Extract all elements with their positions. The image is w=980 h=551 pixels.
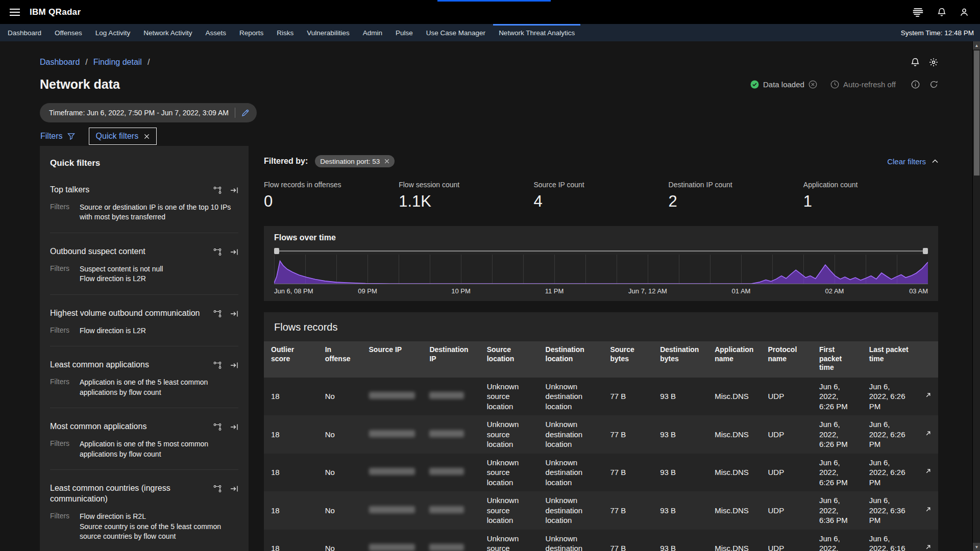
table-row: 18 No Unknown source location Unknown de… <box>264 454 938 492</box>
info-button[interactable] <box>911 80 920 89</box>
flow-icon <box>213 485 222 493</box>
quick-filter-card[interactable]: Least common applications Filters Applic… <box>50 346 238 408</box>
nav-item[interactable]: Network Threat Analytics <box>492 24 581 41</box>
quick-filter-card-list: Top talkers Filters Source or destinatio… <box>50 171 238 551</box>
hamburger-menu-button[interactable] <box>0 0 30 24</box>
cell-source-ip <box>362 530 423 551</box>
open-flow-button[interactable] <box>924 543 932 551</box>
cell-first-packet-time: Jun 6, 2022, 6:16 PM <box>812 530 862 551</box>
view-flow-button[interactable] <box>213 361 222 369</box>
cell-source-ip <box>362 415 423 454</box>
column-header: Outlier score <box>264 341 318 378</box>
cell-source-ip <box>362 378 423 416</box>
cell-last-packet-time: Jun 6, 2022, 6:36 PM <box>862 491 918 530</box>
apply-filter-button[interactable] <box>230 423 238 431</box>
open-flow-button[interactable] <box>924 467 932 475</box>
apply-filter-button[interactable] <box>230 248 238 256</box>
apply-filter-button[interactable] <box>230 361 238 369</box>
quick-filter-card[interactable]: Highest volume outbound communication Fi… <box>50 295 238 346</box>
tab-filters[interactable]: Filters <box>40 128 82 145</box>
nav-item[interactable]: Network Activity <box>137 24 199 41</box>
quick-filter-card[interactable]: Outbound suspect content Filters Suspect… <box>50 233 238 295</box>
nav-item[interactable]: Offenses <box>48 24 89 41</box>
ibm-stripes-icon[interactable] <box>912 6 924 18</box>
open-flow-button[interactable] <box>924 506 932 513</box>
cell-destination-bytes: 93 B <box>653 530 707 551</box>
timeframe-chip: Timeframe: Jun 6, 2022, 7:50 PM - Jun 7,… <box>40 103 257 122</box>
quick-filter-card[interactable]: Top talkers Filters Source or destinatio… <box>50 171 238 233</box>
nav-item[interactable]: Reports <box>233 24 270 41</box>
breadcrumb-dashboard-link[interactable]: Dashboard <box>40 58 80 67</box>
x-axis-tick: 02 AM <box>825 287 844 295</box>
nav-item[interactable]: Pulse <box>389 24 420 41</box>
close-icon <box>384 159 389 164</box>
refresh-button[interactable] <box>929 80 938 89</box>
page-scrollbar[interactable]: ▲ ▼ <box>972 41 980 551</box>
bell-icon <box>911 58 920 67</box>
table-row: 18 No Unknown source location Unknown de… <box>264 415 938 454</box>
quick-filter-title: Most common applications <box>50 421 208 432</box>
quick-filter-description: Flow direction is R2L Source country is … <box>80 512 238 542</box>
nav-item[interactable]: Assets <box>199 24 233 41</box>
cell-outlier-score: 18 <box>264 454 318 492</box>
cell-application-name: Misc.DNS <box>707 491 761 530</box>
open-flow-button[interactable] <box>924 430 932 437</box>
apply-filter-button[interactable] <box>230 186 238 194</box>
primary-nav: DashboardOffensesLog ActivityNetwork Act… <box>0 24 980 41</box>
tab-quick-filters[interactable]: Quick filters <box>89 128 157 145</box>
filter-tag-destination-port[interactable]: Destination port: 53 <box>315 155 395 167</box>
nav-item[interactable]: Log Activity <box>89 24 137 41</box>
cell-source-bytes: 77 B <box>603 530 653 551</box>
cell-protocol-name: UDP <box>761 378 812 416</box>
collapse-filters-button[interactable] <box>932 159 938 163</box>
column-header: Application name <box>707 341 761 378</box>
quick-filter-description: Application is one of the 5 most common … <box>80 439 238 459</box>
view-flow-button[interactable] <box>213 186 222 194</box>
quick-filter-card[interactable]: Most common applications Filters Applica… <box>50 408 238 470</box>
notifications-button[interactable] <box>911 58 920 67</box>
arrow-to-bar-icon <box>230 310 238 318</box>
breadcrumb-finding-detail-link[interactable]: Finding detail <box>93 58 142 67</box>
nav-item[interactable]: Risks <box>270 24 300 41</box>
user-profile-button[interactable] <box>960 8 969 17</box>
view-flow-button[interactable] <box>213 485 222 493</box>
slider-handle-left[interactable] <box>274 248 279 254</box>
view-flow-button[interactable] <box>213 310 222 318</box>
nav-item[interactable]: Vulnerabilities <box>300 24 356 41</box>
cell-destination-ip <box>422 454 479 492</box>
metric-label: Flow session count <box>399 181 533 189</box>
cell-source-location: Unknown source location <box>480 415 538 454</box>
dismiss-status-button[interactable] <box>808 80 817 89</box>
edit-timeframe-button[interactable] <box>241 109 250 117</box>
settings-button[interactable] <box>929 58 938 67</box>
close-quick-filters-button[interactable] <box>144 134 150 139</box>
metric-value: 0 <box>264 192 399 211</box>
clear-filters-link[interactable]: Clear filters <box>887 157 938 166</box>
flow-icon <box>213 310 222 318</box>
column-header: Destination IP <box>422 341 479 378</box>
scroll-down-button[interactable]: ▼ <box>973 543 980 551</box>
view-flow-button[interactable] <box>213 423 222 431</box>
cell-protocol-name: UDP <box>761 491 812 530</box>
nav-item[interactable]: Use Case Manager <box>420 24 492 41</box>
quick-filter-card[interactable]: Least common countries (ingress communic… <box>50 470 238 551</box>
apply-filter-button[interactable] <box>230 485 238 493</box>
nav-item[interactable]: Dashboard <box>1 24 48 41</box>
table-title: Flows records <box>264 312 938 341</box>
info-icon <box>911 80 920 89</box>
scrollbar-thumb[interactable] <box>974 51 979 176</box>
cell-in-offense: No <box>318 415 362 454</box>
scroll-up-button[interactable]: ▲ <box>973 41 980 49</box>
cell-protocol-name: UDP <box>761 454 812 492</box>
cell-source-location: Unknown source location <box>480 491 538 530</box>
view-flow-button[interactable] <box>213 248 222 256</box>
apply-filter-button[interactable] <box>230 310 238 318</box>
success-check-icon <box>750 80 759 89</box>
remove-filter-tag-button[interactable] <box>384 159 389 164</box>
x-axis-tick: 03 AM <box>909 287 928 295</box>
header-notifications-button[interactable] <box>937 8 946 17</box>
slider-handle-right[interactable] <box>923 248 928 254</box>
nav-item[interactable]: Admin <box>356 24 389 41</box>
metric-label: Destination IP count <box>669 181 803 189</box>
open-flow-button[interactable] <box>924 391 932 399</box>
